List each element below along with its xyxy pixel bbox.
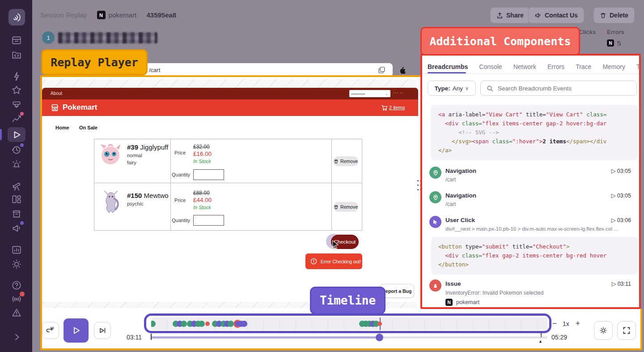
sidebar-item-quickstart[interactable]	[11, 71, 22, 82]
tab-errors[interactable]: Errors	[547, 63, 564, 70]
remove-label: Remove	[340, 159, 358, 164]
scrubber-handle[interactable]	[376, 334, 383, 341]
zoom-in-button[interactable]: +	[576, 319, 580, 328]
player-settings-button[interactable]	[594, 321, 613, 340]
play-button[interactable]	[64, 318, 89, 343]
tab-tags[interactable]: Ta	[636, 63, 641, 70]
tab-trace[interactable]: Trace	[576, 63, 591, 70]
timeline-event-dot[interactable]	[181, 321, 187, 327]
event-title[interactable]: User Click	[445, 217, 475, 223]
sidebar-item-archive[interactable]	[11, 208, 22, 219]
timeline-event-strip[interactable]	[151, 318, 547, 330]
breadcrumb: Session Replay › N pokemart › 43595ea8	[40, 11, 176, 19]
site-menu-dots[interactable]: ··· ··	[393, 90, 404, 95]
sentry-logo[interactable]	[8, 9, 25, 26]
tab-memory[interactable]: Memory	[602, 63, 625, 70]
fullscreen-button[interactable]	[617, 321, 636, 340]
quantity-input[interactable]	[193, 215, 224, 226]
type-filter-dropdown[interactable]: Type: Any ∨	[428, 81, 476, 96]
event-timestamp[interactable]: ▷03:05	[611, 167, 631, 174]
sidebar-item-releases[interactable]	[11, 99, 22, 110]
avatar: 1	[42, 31, 55, 44]
sidebar-collapse-button[interactable]	[11, 331, 22, 342]
broadcast-icon[interactable]	[11, 294, 22, 305]
share-icon	[496, 12, 503, 19]
timeline-event-dot[interactable]	[199, 321, 205, 327]
sidebar-item-dashboards[interactable]	[11, 194, 22, 205]
remove-button[interactable]: Remove	[333, 156, 358, 166]
warning-icon[interactable]	[11, 307, 22, 318]
megaphone-icon	[534, 12, 542, 19]
sidebar-item-alerts[interactable]	[11, 159, 22, 170]
skip-to-end-button[interactable]	[94, 322, 111, 339]
share-button[interactable]: Share	[490, 7, 530, 23]
zoom-out-button[interactable]: −	[552, 319, 557, 328]
event-subtitle: div#__next > main.px-10.pb-10 > div.m-au…	[445, 226, 633, 232]
playback-speed[interactable]: 1x	[563, 320, 569, 327]
quantity-input[interactable]	[193, 169, 224, 180]
panel-resize-handle[interactable]	[417, 185, 419, 186]
event-title[interactable]: Issue	[445, 280, 461, 287]
notification-dot	[20, 112, 24, 116]
errors-count: 5	[617, 39, 621, 47]
event-timestamp[interactable]: ▷03:11	[612, 280, 631, 287]
sidebar-item-stats[interactable]	[11, 245, 22, 255]
event-timestamp[interactable]: ▷03:06	[611, 217, 631, 223]
timeline-event-dot[interactable]	[241, 321, 247, 327]
sidebar-item-performance[interactable]	[11, 113, 22, 124]
tab-network[interactable]: Network	[513, 63, 536, 70]
copy-icon[interactable]	[378, 66, 386, 74]
timeline-event-dot[interactable]	[205, 322, 210, 326]
pokemon-type: fairy	[127, 160, 136, 165]
sidebar-item-settings[interactable]	[11, 259, 22, 270]
sidebar-item-feedback[interactable]	[11, 223, 22, 233]
pokemon-id: #150	[127, 192, 142, 199]
stock-status: In Stock	[193, 205, 211, 210]
delete-button[interactable]: Delete	[593, 7, 635, 23]
site-nav-onsale[interactable]: On Sale	[79, 125, 97, 130]
sidebar-item-issues[interactable]	[11, 35, 22, 46]
site-password-select[interactable]: ••••••••• ⌄	[349, 90, 390, 97]
timeline-event-dot[interactable]	[151, 321, 156, 327]
rewind-10s-button[interactable]: 10	[42, 322, 59, 339]
tab-console[interactable]: Console	[479, 63, 502, 70]
play-icon	[71, 325, 81, 336]
user-click-event-icon	[429, 216, 441, 228]
chevron-down-icon: ∨	[465, 86, 469, 91]
sidebar-item-discover[interactable]	[11, 180, 22, 191]
timeline-event-dot[interactable]	[377, 322, 382, 326]
timeline-event-dot[interactable]	[228, 321, 234, 327]
navigation-event-icon	[429, 191, 441, 203]
fullscreen-icon	[623, 326, 631, 335]
sidebar-item-starred[interactable]	[11, 85, 22, 95]
trash-icon	[600, 12, 606, 19]
breadcrumb-session-replay[interactable]: Session Replay	[40, 11, 87, 19]
panel-resize-handle[interactable]	[417, 189, 419, 190]
site-cart-link[interactable]: 2 items	[389, 105, 405, 110]
old-price: £88.00	[193, 190, 210, 196]
gear-icon	[599, 326, 608, 335]
play-from-icon: ▷	[611, 217, 616, 223]
help-icon[interactable]	[11, 280, 22, 291]
contact-us-label: Contact Us	[545, 12, 578, 19]
chevron-down-icon: ⌄	[385, 92, 388, 96]
search-input[interactable]	[497, 85, 624, 92]
site-about-link[interactable]: About	[51, 91, 62, 96]
site-nav-home[interactable]: Home	[55, 125, 69, 130]
sidebar-item-history[interactable]	[11, 145, 22, 155]
event-timestamp[interactable]: ▷03:05	[611, 192, 631, 199]
event-title[interactable]: Navigation	[445, 167, 476, 174]
table-row-divider	[94, 183, 362, 183]
site-brand[interactable]: Pokemart	[63, 103, 97, 112]
contact-us-button[interactable]: Contact Us	[528, 7, 584, 23]
sidebar-item-projects[interactable]	[11, 49, 22, 60]
tab-breadcrumbs[interactable]: Breadcrumbs	[428, 63, 468, 70]
event-title[interactable]: Navigation	[445, 192, 476, 199]
annotation-replay-player: Replay Player	[41, 49, 148, 75]
nextjs-project-icon: N	[445, 299, 453, 306]
breadcrumb-project[interactable]: pokemart	[109, 11, 137, 19]
share-label: Share	[506, 12, 524, 19]
sidebar-item-replays[interactable]	[11, 129, 22, 140]
panel-resize-handle[interactable]	[417, 180, 419, 181]
remove-button[interactable]: Remove	[333, 202, 358, 212]
